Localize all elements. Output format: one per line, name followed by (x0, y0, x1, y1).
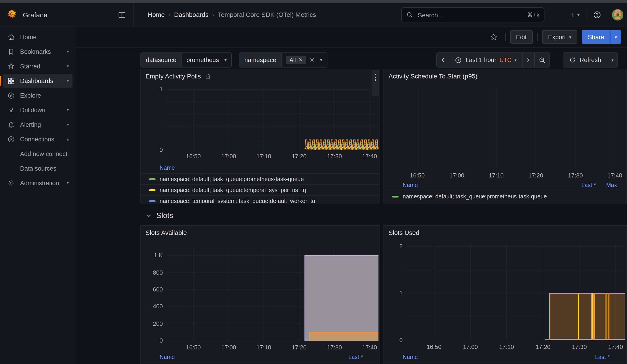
chevron-down-icon: ▾ (320, 57, 322, 62)
series-name[interactable]: namespace: temporal_system; task_queue:d… (159, 198, 315, 204)
namespace-chip[interactable]: All ✕ (286, 56, 306, 64)
legend-header-name[interactable]: Name (159, 354, 342, 360)
chevron-up-icon[interactable]: ▴ (67, 137, 69, 141)
breadcrumb-item[interactable]: Home (148, 11, 165, 18)
sidebar-item-label: Dashboards (20, 77, 53, 84)
dashboard-toolbar: Edit Export▾ Share ▾ (76, 26, 627, 48)
sidebar-item-dashboards[interactable]: Dashboards▾ (3, 74, 72, 88)
legend-header-name[interactable]: Name (403, 182, 566, 188)
x-axis-tick: 17:40 (601, 172, 627, 179)
legend-header-last[interactable]: Last * (342, 354, 379, 360)
help-button[interactable] (590, 8, 604, 21)
breadcrumb-item[interactable]: Dashboards (174, 11, 209, 18)
chevron-down-icon[interactable]: ▾ (67, 108, 69, 112)
share-menu-chevron[interactable]: ▾ (610, 30, 621, 44)
legend-header-name[interactable]: Name (159, 165, 379, 171)
x-axis-tick: 17:00 (215, 153, 242, 160)
panel-title[interactable]: Slots Available (146, 229, 187, 236)
dock-menu-toggle-icon[interactable] (117, 9, 127, 20)
refresh-interval-chevron[interactable]: ▾ (607, 52, 618, 67)
x-axis-tick: 17:40 (602, 343, 627, 351)
divider (608, 10, 608, 19)
chevron-down-icon[interactable]: ▾ (67, 122, 69, 127)
nav-sidebar: HomeBookmarks▾Starred▾Dashboards▾Explore… (0, 26, 76, 364)
search-input[interactable]: ⌘+k (401, 7, 544, 22)
submenu-row: datasource prometheus ▾ namespace All ✕ … (0, 51, 627, 69)
panel-title[interactable]: Slots Used (388, 229, 419, 236)
x-axis-tick: 17:00 (443, 172, 470, 179)
series-name[interactable]: namespace: default; task_queue:prometheu… (159, 176, 304, 182)
timezone-label: UTC (500, 57, 511, 63)
x-axis-tick: 17:10 (482, 172, 510, 179)
legend-header-last[interactable]: Last * (566, 182, 596, 188)
x-axis-tick: 16:50 (180, 344, 207, 351)
time-shift-forward-button[interactable] (522, 52, 535, 67)
star-icon (489, 33, 498, 41)
share-button-group: Share ▾ (582, 30, 621, 44)
share-button[interactable]: Share (582, 30, 610, 44)
remove-chip-icon[interactable]: ✕ (299, 57, 303, 63)
series-color-swatch[interactable] (392, 196, 399, 197)
sidebar-item-drilldown[interactable]: Drilldown▾ (3, 103, 72, 117)
window-top-strip (0, 0, 627, 3)
panel-empty-activity-polls: Empty Activity Polls 1016:5017:0017:1017… (140, 69, 380, 204)
search-text-field[interactable] (417, 11, 523, 19)
favorite-star-button[interactable] (487, 30, 500, 44)
x-axis-tick: 17:20 (522, 172, 549, 179)
datasource-variable-value[interactable]: prometheus ▾ (181, 52, 232, 67)
export-button[interactable]: Export▾ (542, 30, 577, 44)
sidebar-item-connections[interactable]: Connections▴ (3, 132, 72, 146)
zoom-out-time-button[interactable] (534, 52, 550, 67)
panel-title[interactable]: Empty Activity Polls (146, 73, 201, 80)
series-color-swatch[interactable] (149, 189, 156, 191)
grafana-app: Grafana Home›Dashboards›Temporal Core SD… (0, 0, 627, 364)
sidebar-item-explore[interactable]: Explore (3, 89, 72, 102)
row-section-slots[interactable]: Slots (146, 209, 173, 221)
sidebar-item-alerting[interactable]: Alerting▾ (3, 118, 72, 131)
chevron-down-icon[interactable]: ▾ (67, 181, 69, 185)
sidebar-item-data-sources[interactable]: Data sources (3, 161, 72, 175)
chevron-down-icon (146, 212, 152, 218)
x-axis-tick: 17:30 (562, 172, 589, 179)
time-range-picker[interactable]: Last 1 hour UTC ▾ (449, 52, 522, 67)
series-name[interactable]: namespace: default; task_queue:prometheu… (403, 193, 547, 200)
chart-canvas (167, 249, 378, 341)
x-axis-tick: 16:50 (420, 343, 448, 351)
section-title: Slots (157, 211, 173, 220)
legend-header-last[interactable]: Last * (589, 354, 626, 360)
panel-activity-schedule-to-start: Activity Schedule To Start (p95) 16:5017… (383, 69, 627, 204)
sidebar-item-label: Connections (20, 136, 54, 143)
namespace-variable-value[interactable]: All ✕ ✕ ▾ (281, 52, 327, 67)
time-shift-back-button[interactable] (436, 52, 449, 67)
help-icon (593, 10, 601, 19)
clear-selection-icon[interactable]: ✕ (310, 56, 315, 63)
edit-button[interactable]: Edit (510, 30, 533, 44)
series-color-swatch[interactable] (149, 178, 156, 180)
refresh-button[interactable]: Refresh (563, 52, 608, 67)
y-axis-tick: 200 (141, 320, 163, 327)
x-axis-tick: 17:40 (356, 344, 380, 351)
breadcrumb: Home›Dashboards›Temporal Core SDK (OTel)… (148, 3, 316, 26)
sidebar-item-administration[interactable]: Administration▾ (3, 176, 72, 190)
panel-description-icon[interactable] (205, 73, 211, 80)
legend-header-name[interactable]: Name (403, 354, 589, 360)
clock-icon (455, 56, 462, 64)
product-name: Grafana (23, 11, 48, 18)
sidebar-item-label: Administration (20, 179, 59, 186)
chevron-down-icon[interactable]: ▾ (67, 78, 69, 83)
series-color-swatch[interactable] (149, 200, 156, 202)
series-name[interactable]: namespace: default; task_queue:temporal_… (159, 187, 306, 193)
legend-header-max[interactable]: Max (596, 182, 626, 188)
chevron-down-icon: ▾ (224, 57, 227, 62)
bell-icon (7, 121, 15, 128)
sidebar-item-add-new-connection[interactable]: Add new connection (3, 147, 72, 160)
chevron-down-icon: ▾ (612, 58, 614, 62)
time-range-controls: Last 1 hour UTC ▾ (436, 52, 550, 67)
add-new-button[interactable]: + ▾ (568, 8, 582, 21)
x-axis-tick: 17:00 (215, 344, 242, 351)
divider (505, 33, 506, 41)
user-avatar[interactable] (612, 9, 623, 20)
search-shortcut-hint: ⌘+k (527, 11, 539, 18)
sidebar-item-home[interactable]: Home (3, 30, 72, 44)
panel-title[interactable]: Activity Schedule To Start (p95) (388, 73, 477, 80)
